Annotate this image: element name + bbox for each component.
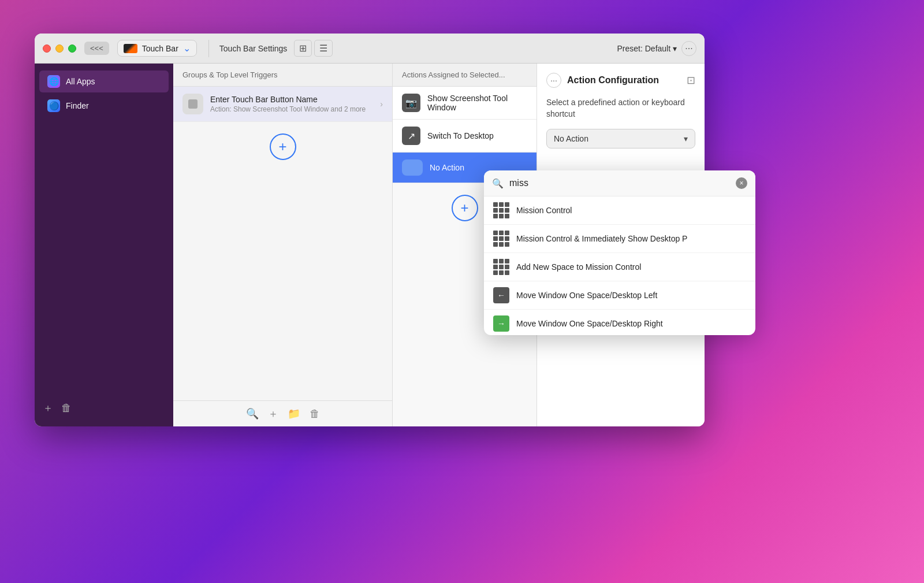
- dropdown-item-label-0: Mission Control: [516, 206, 572, 215]
- group-item-sub: Action: Show Screenshot Tool Window and …: [210, 105, 373, 113]
- traffic-lights: [43, 44, 76, 53]
- config-minimize-button[interactable]: ⊡: [687, 74, 695, 87]
- add-space-icon: [493, 259, 509, 275]
- sidebar-add-button[interactable]: ＋: [43, 401, 53, 415]
- dropdown-item-label-2: Add New Space to Mission Control: [516, 262, 641, 272]
- sidebar-item-finder-label: Finder: [66, 101, 89, 110]
- back-button[interactable]: <<<: [84, 42, 109, 55]
- sidebar: 🌐 All Apps 🔵 Finder ＋ 🗑: [35, 64, 173, 426]
- close-button[interactable]: [43, 44, 51, 53]
- groups-panel-header: Groups & Top Level Triggers: [173, 64, 392, 87]
- dropdown-item-label-1: Mission Control & Immediately Show Deskt…: [516, 234, 687, 243]
- divider: [208, 40, 209, 57]
- dropdown-item-label-4: Move Window One Space/Desktop Right: [516, 319, 663, 328]
- group-chevron-icon: ›: [380, 99, 383, 109]
- finder-icon: 🔵: [47, 99, 60, 112]
- config-header: ··· Action Configuration ⊡: [546, 73, 695, 88]
- group-item-icon: [182, 94, 203, 114]
- list-view-button[interactable]: ☰: [314, 40, 333, 57]
- touch-bar-chevron-icon: ⌄: [183, 43, 191, 54]
- sidebar-delete-button[interactable]: 🗑: [61, 401, 72, 415]
- touch-bar-settings-button[interactable]: Touch Bar Settings: [215, 42, 292, 55]
- groups-search-button[interactable]: 🔍: [246, 407, 259, 421]
- add-group-button[interactable]: +: [270, 133, 296, 160]
- add-action-button[interactable]: +: [452, 195, 478, 221]
- move-left-icon: ←: [493, 287, 509, 303]
- touch-bar-label: Touch Bar: [142, 44, 178, 53]
- dropdown-item-label-3: Move Window One Space/Desktop Left: [516, 291, 657, 300]
- action-screenshot-label: Show Screenshot Tool Window: [427, 94, 527, 112]
- group-item-info: Enter Touch Bar Button Name Action: Show…: [210, 95, 373, 113]
- groups-folder-button[interactable]: 📁: [288, 407, 300, 421]
- sidebar-footer: ＋ 🗑: [35, 395, 173, 421]
- maximize-button[interactable]: [68, 44, 76, 53]
- sidebar-item-all-apps[interactable]: 🌐 All Apps: [39, 70, 169, 92]
- dropdown-item-mission-control[interactable]: Mission Control: [484, 196, 755, 225]
- action-item-screenshot[interactable]: 📷 Show Screenshot Tool Window: [393, 87, 536, 120]
- title-bar: <<< Touch Bar ⌄ Touch Bar Settings ⊞ ☰ P…: [35, 34, 705, 64]
- action-item-switch-desktop[interactable]: ↗ Switch To Desktop: [393, 120, 536, 153]
- dropdown-arrow-icon: ▾: [684, 134, 688, 143]
- dropdown-item-move-right[interactable]: → Move Window One Space/Desktop Right: [484, 310, 755, 335]
- search-dropdown-popup: 🔍 × Mission Control: [484, 170, 755, 335]
- view-toggle: ⊞ ☰: [294, 40, 333, 57]
- no-action-icon: [402, 159, 423, 176]
- dropdown-search-bar: 🔍 ×: [484, 170, 755, 196]
- mission-control-2-icon: [493, 231, 509, 247]
- dropdown-item-mission-control-2[interactable]: Mission Control & Immediately Show Deskt…: [484, 225, 755, 253]
- groups-add-button[interactable]: ＋: [268, 407, 278, 421]
- group-item-name: Enter Touch Bar Button Name: [210, 95, 373, 104]
- config-title: Action Configuration: [567, 75, 659, 86]
- minimize-button[interactable]: [55, 44, 64, 53]
- sidebar-item-all-apps-label: All Apps: [66, 77, 95, 86]
- action-switch-label: Switch To Desktop: [427, 131, 494, 140]
- groups-panel-footer: 🔍 ＋ 📁 🗑: [173, 400, 392, 426]
- all-apps-icon: 🌐: [47, 75, 60, 88]
- more-options-button[interactable]: ···: [681, 41, 696, 56]
- touch-bar-icon: [124, 44, 137, 53]
- action-dropdown-label: No Action: [554, 134, 679, 143]
- dropdown-clear-button[interactable]: ×: [736, 177, 747, 189]
- groups-panel: Groups & Top Level Triggers Enter Touch …: [173, 64, 393, 426]
- switch-desktop-action-icon: ↗: [402, 127, 420, 145]
- move-right-icon: →: [493, 315, 509, 332]
- config-options-button[interactable]: ···: [546, 73, 561, 88]
- dropdown-item-add-space[interactable]: Add New Space to Mission Control: [484, 253, 755, 281]
- screenshot-action-icon: 📷: [402, 94, 420, 112]
- dropdown-item-move-left[interactable]: ← Move Window One Space/Desktop Left: [484, 281, 755, 310]
- action-no-action-label: No Action: [430, 163, 464, 172]
- search-icon: 🔍: [492, 178, 504, 189]
- touch-bar-selector[interactable]: Touch Bar ⌄: [117, 40, 197, 57]
- config-description: Select a predefined action or keyboard s…: [546, 97, 695, 120]
- dropdown-search-input[interactable]: [509, 178, 730, 188]
- grid-view-button[interactable]: ⊞: [294, 40, 312, 57]
- preset-label: Preset: Default ▾: [617, 44, 677, 53]
- dropdown-results-list: Mission Control Mission Control & Immedi…: [484, 196, 755, 335]
- action-dropdown[interactable]: No Action ▾: [546, 129, 695, 148]
- groups-delete-button[interactable]: 🗑: [310, 407, 320, 421]
- actions-panel-header: Actions Assigned to Selected...: [393, 64, 536, 87]
- sidebar-item-finder[interactable]: 🔵 Finder: [39, 95, 169, 117]
- svg-rect-0: [188, 99, 198, 109]
- mission-control-icon: [493, 202, 509, 218]
- group-item[interactable]: Enter Touch Bar Button Name Action: Show…: [173, 87, 392, 122]
